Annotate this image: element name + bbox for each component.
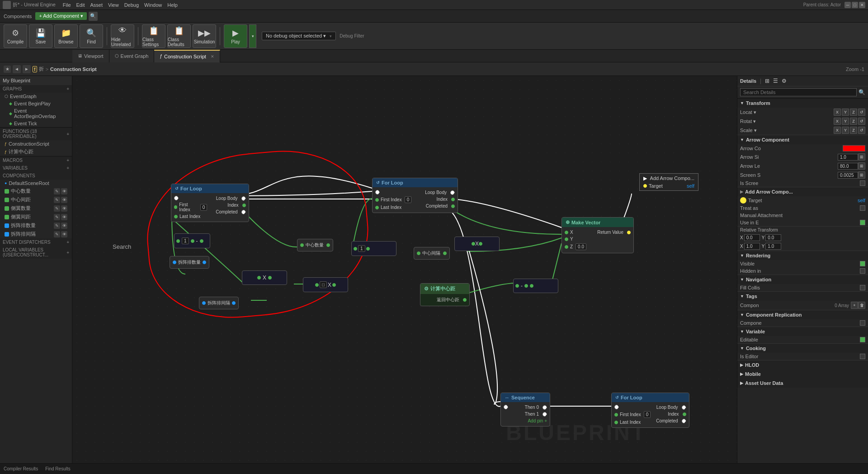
component-search-button[interactable]: 🔍	[89, 12, 98, 21]
menu-window[interactable]: Window	[144, 2, 162, 8]
play-button[interactable]: ▶ Play	[224, 24, 247, 48]
multiply-node-2[interactable]: 1	[351, 241, 396, 256]
scale-y-btn[interactable]: Y	[842, 127, 849, 134]
menu-view[interactable]: View	[108, 2, 119, 8]
menu-asset[interactable]: Asset	[90, 2, 103, 8]
scale-x-btn[interactable]: X	[834, 127, 841, 134]
comp-repl-checkbox[interactable]	[860, 320, 865, 326]
tags-add-btn[interactable]: +	[851, 302, 858, 309]
for-loop-node-1[interactable]: ↺ For Loop First Index 0	[171, 184, 249, 222]
mobile-header[interactable]: ▶ Mobile	[737, 370, 868, 379]
hlod-header[interactable]: ▶ HLOD	[737, 360, 868, 370]
variable-header[interactable]: ▼ Variable	[737, 327, 868, 336]
side-count-var[interactable]: 侧翼数量 ✎ 👁	[2, 204, 70, 213]
multiply-node-1[interactable]: X	[242, 270, 287, 285]
play-dropdown-button[interactable]: ▾	[249, 24, 256, 48]
macros-header[interactable]: Macros +	[0, 156, 72, 164]
debug-filter[interactable]: No debug object selected ▾ ▾	[262, 32, 336, 40]
rel-y2-input[interactable]	[765, 243, 781, 250]
graphs-header[interactable]: Graphs +	[0, 85, 72, 93]
var-edit-btn6[interactable]: ✎	[54, 231, 60, 237]
loc-x-btn[interactable]: X	[834, 109, 841, 116]
add-component-button[interactable]: + Add Component ▾	[35, 12, 86, 20]
hide-unrelated-button[interactable]: 👁 Hide Unrelated	[111, 24, 134, 48]
center-count-var[interactable]: 中心数量 ✎ 👁	[2, 187, 70, 195]
blueprint-canvas[interactable]: BLUEPRINT Search	[72, 76, 737, 463]
graphs-add-icon[interactable]: +	[66, 86, 69, 91]
transform-header[interactable]: ▼ Transform	[737, 99, 868, 108]
tab-event-graph[interactable]: ⬡ Event Graph	[109, 50, 155, 62]
fold-count-node[interactable]: 拆阵排数量	[170, 256, 209, 269]
arrow-size-input[interactable]	[838, 154, 858, 161]
comp-replication-header[interactable]: ▼ Component Replication	[737, 310, 868, 319]
fold-gap-var[interactable]: 拆阵排间隔 ✎ 👁	[2, 230, 70, 238]
asset-user-data-header[interactable]: ▶ Asset User Data	[737, 379, 868, 388]
components-panel-header[interactable]: Components	[0, 172, 72, 180]
arrow-component-header[interactable]: ▼ Arrow Component	[737, 135, 868, 144]
settings-icon[interactable]: ⚙	[782, 78, 787, 84]
menu-edit[interactable]: Edit	[76, 2, 85, 8]
treat-as-checkbox[interactable]	[860, 205, 865, 211]
construction-script-func-item[interactable]: ƒ ConstructionScript	[2, 140, 70, 147]
variables-header[interactable]: Variables +	[0, 164, 72, 172]
subtract-node-2[interactable]: -	[513, 279, 558, 293]
make-vector-node[interactable]: ⊕ Make Vector X Y	[561, 217, 634, 253]
rel-x2-input[interactable]	[744, 243, 760, 250]
multiply-node-3[interactable]: X	[454, 237, 500, 251]
var-edit-btn3[interactable]: ✎	[54, 205, 60, 212]
rel-y-input[interactable]	[765, 234, 781, 241]
navigation-header[interactable]: ▼ Navigation	[737, 275, 868, 284]
variables-add-icon[interactable]: +	[66, 166, 69, 171]
arrow-length-expand-btn[interactable]: ⊞	[858, 162, 865, 170]
var-vis-btn5[interactable]: 👁	[61, 223, 67, 229]
compiler-results-button[interactable]: Compiler Results	[4, 466, 38, 471]
class-settings-button[interactable]: 📋 Class Settings	[142, 24, 165, 48]
sequence-node[interactable]: ↔ Sequence Then 0	[500, 393, 550, 427]
details-tab-label[interactable]: Details	[740, 78, 756, 84]
var-vis-btn3[interactable]: 👁	[61, 205, 67, 212]
for-loop-node-3[interactable]: ↺ For Loop First Index 0	[611, 393, 689, 428]
menu-help[interactable]: Help	[167, 2, 178, 8]
find-results-button[interactable]: Find Results	[45, 466, 71, 471]
simulation-button[interactable]: ▶▶ Simulation	[193, 24, 216, 48]
loc-z-btn[interactable]: Z	[850, 109, 857, 116]
browse-button[interactable]: 📁 Browse	[54, 24, 78, 48]
cooking-header[interactable]: ▼ Cooking	[737, 344, 868, 353]
subtract-node-1[interactable]: 1 -	[174, 233, 210, 248]
event-graph-item[interactable]: ⬡ EventGraph	[2, 93, 70, 100]
center-gap-var[interactable]: 中心间距 ✎ 👁	[2, 195, 70, 204]
window-minimize[interactable]: ─	[844, 2, 851, 8]
is-screen-checkbox[interactable]	[860, 180, 865, 186]
side-gap-var[interactable]: 侧翼间距 ✎ 👁	[2, 213, 70, 221]
save-button[interactable]: 💾 Save	[29, 24, 52, 48]
editable-checkbox[interactable]	[860, 337, 865, 342]
tab-close-icon[interactable]: ✕	[211, 54, 214, 59]
window-maximize[interactable]: □	[852, 2, 858, 8]
calc-center-node[interactable]: ⚙ 计算中心距 返回中心距	[420, 283, 470, 306]
rendering-header[interactable]: ▼ Rendering	[737, 251, 868, 260]
var-vis-btn6[interactable]: 👁	[61, 231, 67, 237]
for-loop-node-2[interactable]: ↺ For Loop First Index 0	[372, 178, 458, 213]
tab-construction-script[interactable]: ƒ Construction Script ✕	[154, 50, 220, 62]
class-defaults-button[interactable]: 📋 Class Defaults	[167, 24, 191, 48]
hidden-checkbox[interactable]	[860, 268, 865, 274]
tab-viewport[interactable]: 🖥 Viewport	[72, 50, 109, 62]
grid-view-icon[interactable]: ⊞	[765, 78, 769, 84]
pin-add-pin[interactable]: Add pin +	[522, 417, 550, 424]
fold-count-var[interactable]: 拆阵排数量 ✎ 👁	[2, 221, 70, 230]
center-count-node[interactable]: 中心数量	[297, 239, 333, 251]
event-actor-overlap-item[interactable]: ◆ Event ActorBeginOverlap	[2, 107, 70, 120]
arrow-color-swatch[interactable]	[843, 145, 865, 152]
loc-y-btn[interactable]: Y	[842, 109, 849, 116]
var-edit-btn2[interactable]: ✎	[54, 197, 60, 203]
var-edit-btn5[interactable]: ✎	[54, 223, 60, 229]
local-variables-header[interactable]: Local Variables (UserConstruct... +	[0, 246, 72, 259]
is-editor-checkbox[interactable]	[860, 354, 865, 359]
functions-add-icon[interactable]: +	[66, 132, 69, 137]
window-close[interactable]: ✕	[859, 2, 865, 8]
var-edit-btn4[interactable]: ✎	[54, 214, 60, 220]
default-scene-root-item[interactable]: ● DefaultSceneRoot	[2, 180, 70, 187]
screen-size-expand-btn[interactable]: ⊞	[858, 171, 865, 179]
center-gap-node[interactable]: 中心间隔	[414, 247, 450, 260]
arrow-length-input[interactable]	[838, 163, 858, 170]
